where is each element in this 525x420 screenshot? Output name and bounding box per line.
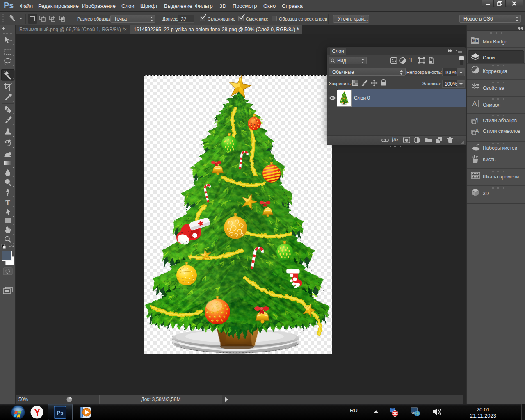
svg-text:A: A — [472, 100, 477, 107]
svg-text:Mb: Mb — [472, 39, 478, 43]
svg-text:T: T — [5, 199, 10, 207]
svg-text:¶: ¶ — [476, 117, 479, 123]
svg-text:Ps: Ps — [57, 410, 64, 416]
